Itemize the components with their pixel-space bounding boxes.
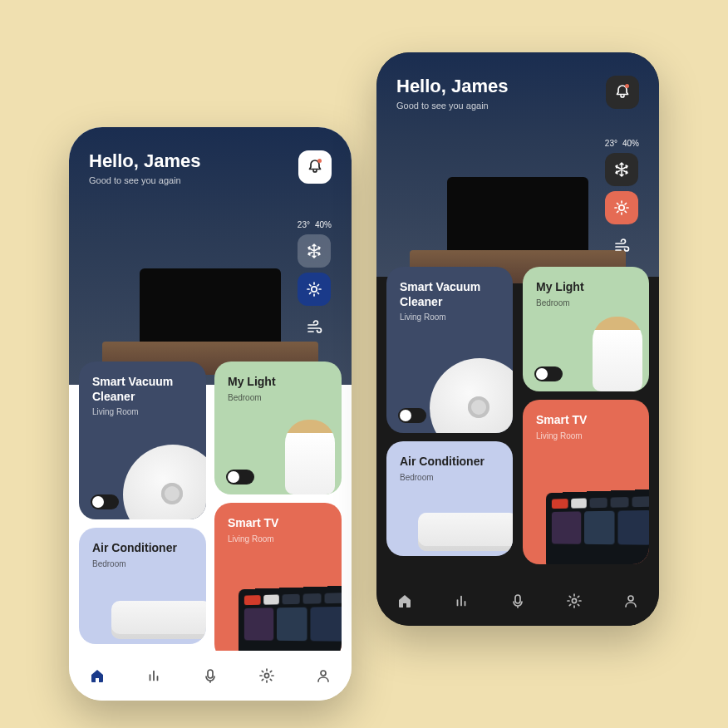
phone-light: Hello, James Good to see you again 23° 4… [69, 127, 352, 701]
temperature-value: 23° [298, 220, 310, 229]
greeting-title: Hello, James [89, 150, 201, 172]
climate-fan-button[interactable] [605, 229, 638, 263]
ac-image [418, 513, 513, 551]
wind-icon [613, 238, 630, 254]
nav-stats-button[interactable] [135, 657, 172, 694]
bottom-navbar [69, 651, 352, 701]
ac-card[interactable]: Air Conditioner Bedroom [386, 441, 513, 556]
stats-icon [146, 668, 161, 683]
tv-card[interactable]: Smart TV Living Room [214, 503, 342, 661]
light-card[interactable]: My Light Bedroom [214, 362, 342, 494]
nav-settings-button[interactable] [248, 657, 285, 694]
hero-section: Hello, James Good to see you again 23° 4… [376, 52, 659, 277]
greeting-subtitle: Good to see you again [396, 101, 509, 111]
ac-card[interactable]: Air Conditioner Bedroom [79, 528, 206, 644]
light-card[interactable]: My Light Bedroom [523, 267, 649, 391]
nav-mic-button[interactable] [499, 583, 536, 619]
notifications-button[interactable] [298, 150, 332, 184]
climate-fan-button[interactable] [298, 311, 331, 344]
climate-readout: 23° 40% [605, 139, 639, 148]
notification-dot [625, 84, 629, 88]
light-toggle[interactable] [226, 470, 254, 485]
phone-dark: Hello, James Good to see you again 23° 4… [376, 52, 659, 626]
device-name: Smart TV [536, 413, 636, 428]
climate-heat-button[interactable] [298, 273, 331, 306]
device-name: Smart TV [228, 516, 328, 531]
humidity-value: 40% [622, 139, 639, 148]
temperature-value: 23° [605, 139, 617, 148]
gear-icon [566, 593, 583, 609]
device-name: My Light [536, 280, 636, 295]
device-name: Smart Vacuum Cleaner [400, 280, 499, 309]
nav-settings-button[interactable] [556, 583, 593, 619]
device-room: Bedroom [228, 393, 328, 402]
device-room: Bedroom [536, 298, 636, 307]
nav-home-button[interactable] [79, 657, 116, 694]
device-name: Smart Vacuum Cleaner [92, 375, 193, 404]
snowflake-icon [613, 161, 630, 178]
device-room: Bedroom [92, 559, 193, 568]
vacuum-toggle[interactable] [91, 494, 119, 509]
mic-icon [509, 593, 526, 609]
device-room: Living Room [536, 431, 636, 440]
device-grid: Smart Vacuum Cleaner Living Room Air Con… [69, 362, 352, 661]
notifications-button[interactable] [606, 76, 639, 109]
climate-cool-button[interactable] [605, 153, 638, 186]
vacuum-toggle[interactable] [398, 408, 426, 423]
nav-mic-button[interactable] [192, 657, 229, 694]
tv-image [546, 489, 649, 564]
vacuum-image [430, 358, 513, 433]
hero-section: Hello, James Good to see you again 23° 4… [69, 127, 352, 385]
greeting-subtitle: Good to see you again [89, 175, 201, 185]
device-room: Living Room [400, 312, 499, 322]
bottom-navbar [376, 576, 659, 626]
sun-icon [613, 199, 630, 216]
mic-icon [202, 667, 219, 684]
nav-profile-button[interactable] [305, 657, 342, 694]
greeting-title: Hello, James [396, 76, 509, 97]
vacuum-card[interactable]: Smart Vacuum Cleaner Living Room [386, 267, 513, 433]
home-icon [89, 667, 106, 684]
greeting: Hello, James Good to see you again [89, 150, 201, 185]
climate-panel: 23° 40% [605, 139, 639, 263]
climate-cool-button[interactable] [298, 234, 331, 268]
humidity-value: 40% [315, 220, 332, 229]
notification-dot [317, 159, 322, 163]
climate-panel: 23° 40% [298, 220, 332, 344]
user-icon [315, 667, 332, 684]
snowflake-icon [306, 243, 322, 259]
tv-image [239, 586, 342, 661]
nav-home-button[interactable] [386, 583, 423, 619]
stats-icon [454, 593, 469, 608]
tv-card[interactable]: Smart TV Living Room [523, 400, 649, 564]
ac-image [111, 601, 206, 639]
device-name: Air Conditioner [92, 541, 193, 556]
greeting: Hello, James Good to see you again [396, 76, 509, 111]
nav-profile-button[interactable] [612, 583, 649, 619]
device-name: My Light [228, 375, 328, 390]
climate-readout: 23° 40% [298, 220, 332, 229]
user-icon [622, 593, 639, 609]
vacuum-card[interactable]: Smart Vacuum Cleaner Living Room [79, 362, 206, 519]
climate-heat-button[interactable] [605, 191, 638, 224]
lamp-image [285, 420, 335, 494]
nav-stats-button[interactable] [443, 583, 480, 619]
device-room: Living Room [92, 407, 193, 416]
vacuum-image [123, 445, 206, 519]
device-room: Bedroom [400, 473, 499, 482]
lamp-image [593, 317, 642, 391]
gear-icon [258, 667, 275, 684]
home-icon [396, 593, 413, 609]
device-name: Air Conditioner [400, 455, 499, 470]
device-grid: Smart Vacuum Cleaner Living Room Air Con… [376, 267, 659, 564]
wind-icon [306, 319, 322, 336]
device-room: Living Room [228, 534, 328, 544]
light-toggle[interactable] [534, 366, 563, 381]
sun-icon [306, 281, 322, 298]
